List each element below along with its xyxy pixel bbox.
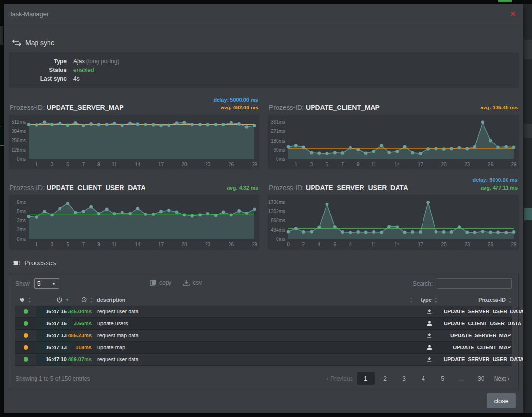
type-cell — [415, 306, 444, 317]
table-row[interactable]: 16:47:10489.07msrequest user dataUPDATE_… — [15, 354, 512, 366]
svg-text:868ms: 868ms — [271, 218, 285, 223]
sort-icon: ▲▼ — [435, 297, 438, 304]
user-icon — [427, 321, 432, 326]
avg-value: avg. 482.40 ms — [221, 105, 258, 110]
chart-update-server-user-data: Prozess-ID: UPDATE_SERVER_USER_DATA dela… — [268, 175, 519, 250]
download-icon — [426, 309, 432, 314]
processes-table-panel: Show 5 ▼ copy — [9, 273, 519, 389]
close-icon[interactable]: ✕ — [510, 11, 516, 17]
time-cell: 16:47:16 — [36, 318, 71, 329]
status-cell — [15, 342, 36, 353]
svg-text:9: 9 — [357, 162, 360, 167]
modal-header: Task-Manager ✕ — [4, 4, 523, 24]
search-group: Search: — [413, 278, 512, 289]
svg-text:5: 5 — [66, 162, 69, 167]
svg-text:5ms: 5ms — [17, 209, 26, 214]
page-button[interactable]: 3 — [396, 372, 413, 385]
page-button[interactable]: 4 — [415, 372, 432, 385]
prozess-id-cell: UPDATE_SERVER_USER_DATA — [444, 354, 523, 365]
type-cell — [415, 318, 444, 329]
type-suffix: (long polling) — [86, 58, 120, 65]
column-description[interactable]: description ▲▼ — [94, 297, 415, 304]
description-cell: update map — [94, 342, 415, 353]
svg-text:3: 3 — [51, 242, 54, 247]
page-button[interactable]: 2 — [376, 372, 394, 385]
svg-text:29: 29 — [252, 242, 257, 247]
table-row[interactable]: 16:47:13485.23msrequest map dataUPDATE_S… — [15, 330, 512, 342]
column-time[interactable]: ▼ — [36, 297, 71, 303]
last-sync-label: Last sync — [9, 74, 67, 83]
svg-text:7: 7 — [82, 242, 85, 247]
chart-update-client-user-data: Prozess-ID: UPDATE_CLIENT_USER_DATA avg.… — [9, 175, 259, 250]
page-button[interactable]: 5 — [434, 372, 451, 385]
time-cell: 16:47:13 — [36, 330, 71, 341]
svg-text:512ms: 512ms — [12, 119, 26, 125]
download-icon — [426, 333, 432, 338]
table-row[interactable]: 16:47:163.66msupdate usersUPDATE_CLIENT_… — [15, 318, 512, 330]
previous-button[interactable]: ‹ Previous — [324, 372, 355, 385]
status-cell — [15, 318, 36, 329]
status-dot — [24, 333, 28, 338]
page-length-select[interactable]: 5 ▼ — [34, 278, 59, 289]
prozess-id-cell: UPDATE_SERVER_MAP — [444, 330, 512, 341]
avg-value: avg. 4.32 ms — [227, 185, 258, 191]
sort-desc-icon: ▼ — [65, 298, 69, 302]
chart-title: Prozess-ID: UPDATE_SERVER_USER_DATA — [269, 184, 408, 191]
status-cell — [15, 330, 36, 341]
copy-button[interactable]: copy — [150, 279, 171, 286]
clock-icon — [57, 297, 62, 303]
svg-text:3ms: 3ms — [17, 218, 26, 223]
svg-text:20: 20 — [182, 162, 188, 167]
time-cell: 16:47:16 — [36, 306, 71, 317]
avg-value: avg. 477.11 ms — [481, 185, 518, 191]
svg-text:17: 17 — [418, 242, 423, 247]
page-button[interactable]: 30 — [472, 372, 490, 385]
svg-text:2: 2 — [302, 242, 305, 247]
processes-table: ▲▼ ▼ — [15, 294, 512, 366]
svg-text:2ms: 2ms — [17, 227, 26, 232]
svg-text:3: 3 — [51, 162, 54, 167]
tag-icon — [19, 297, 25, 303]
next-button[interactable]: Next › — [492, 372, 512, 385]
svg-text:8: 8 — [349, 242, 352, 247]
svg-text:5: 5 — [66, 242, 69, 247]
column-type[interactable]: type ▲▼ — [415, 297, 444, 304]
sort-icon: ▲▼ — [508, 297, 512, 304]
chip-icon — [12, 259, 20, 267]
pagination: ‹ Previous12345…30Next › — [324, 372, 512, 385]
svg-text:26: 26 — [488, 242, 494, 247]
column-prozess-id[interactable]: Prozess-ID ▲▼ — [444, 297, 512, 304]
status-value: enabled — [73, 66, 94, 74]
csv-button[interactable]: csv — [183, 279, 202, 286]
page-button[interactable]: 1 — [357, 372, 375, 385]
svg-text:180ms: 180ms — [271, 138, 285, 143]
table-row[interactable]: 16:47:16346.04msrequest user dataUPDATE_… — [15, 306, 512, 318]
map-sync-last-sync-row: Last sync 4s — [9, 74, 519, 83]
column-duration[interactable]: ▲▼ — [71, 297, 94, 304]
map-sync-status-row: Status enabled — [9, 66, 519, 74]
column-status[interactable]: ▲▼ — [15, 297, 36, 304]
table-row[interactable]: 16:47:13118msupdate mapUPDATE_CLIENT_MAP — [15, 342, 512, 354]
svg-text:20: 20 — [441, 242, 447, 247]
modal-body: Map sync Type Ajax (long polling) Status… — [4, 24, 523, 389]
svg-text:23: 23 — [205, 162, 211, 167]
status-dot — [24, 321, 28, 326]
table-footer: Showing 1 to 5 of 150 entries ‹ Previous… — [15, 372, 512, 385]
close-button[interactable]: close — [487, 393, 516, 408]
svg-text:29: 29 — [252, 162, 257, 167]
chart-update-client-map: Prozess-ID: UPDATE_CLIENT_MAP avg. 105.4… — [268, 95, 519, 169]
chart-title: Prozess-ID: UPDATE_CLIENT_USER_DATA — [10, 184, 145, 191]
sort-icon: ▲▼ — [410, 297, 413, 304]
description-cell: update users — [94, 318, 415, 329]
chevron-right-icon: › — [508, 375, 509, 382]
svg-text:20: 20 — [182, 242, 188, 247]
search-input[interactable] — [437, 278, 512, 289]
chart-canvas: 6ms5ms3ms2ms0ms1357911141720232629 — [9, 195, 259, 250]
background-accent-bar — [498, 0, 512, 2]
svg-text:9: 9 — [97, 242, 100, 247]
svg-text:90ms: 90ms — [274, 147, 285, 153]
map-sync-type-row: Type Ajax (long polling) — [9, 57, 519, 66]
svg-text:1736ms: 1736ms — [268, 200, 285, 205]
background-page-strip — [523, 4, 532, 413]
duration-cell: 118ms — [71, 342, 94, 353]
